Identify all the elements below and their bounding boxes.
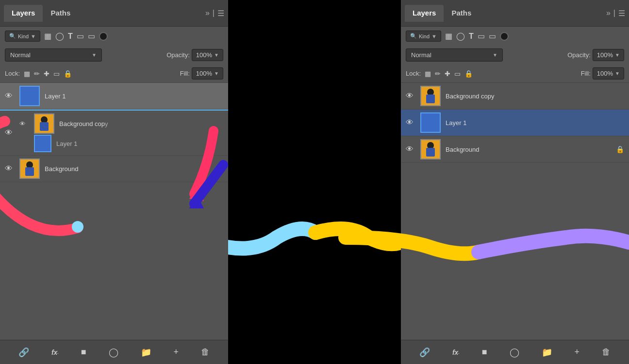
- right-tab-layers[interactable]: Layers: [405, 5, 444, 22]
- image-filter-icon[interactable]: ▦: [44, 32, 51, 41]
- chevron-down-icon: ▼: [431, 33, 437, 39]
- right-panel: Layers Paths » | ☰ 🔍 Kind ▼ ▦ ◯ T ▭ ▭ N: [401, 0, 629, 364]
- shape-filter-icon[interactable]: ▭: [478, 32, 485, 41]
- lock-brush-icon[interactable]: ✏: [435, 70, 441, 78]
- left-tab-layers[interactable]: Layers: [4, 5, 43, 22]
- visibility-icon[interactable]: 👁: [406, 92, 415, 100]
- lock-brush-icon[interactable]: ✏: [34, 70, 40, 78]
- fx-icon[interactable]: fx.: [51, 348, 59, 356]
- expand-icon[interactable]: »: [606, 9, 611, 17]
- divider: |: [613, 9, 615, 17]
- left-layer-item[interactable]: 👁 👁 Background copy Layer 1: [0, 110, 228, 156]
- filter-toggle[interactable]: [99, 32, 108, 41]
- layer-thumbnail: [420, 112, 441, 133]
- chevron-down-icon: ▼: [615, 52, 620, 58]
- visibility-icon[interactable]: 👁: [5, 92, 15, 100]
- left-blend-row: Normal ▼ Opacity: 100% ▼: [0, 46, 228, 64]
- chevron-down-icon: ▼: [31, 33, 36, 39]
- right-layer-item[interactable]: 👁 Layer 1: [401, 110, 629, 136]
- menu-icon[interactable]: ☰: [618, 9, 625, 18]
- lock-all-icon[interactable]: 🔒: [64, 70, 72, 78]
- right-lock-icons: ▦ ✏ ✚ ▭ 🔒: [425, 70, 473, 78]
- lock-pixels-icon[interactable]: ▦: [24, 70, 30, 78]
- layer-name: Background: [446, 146, 611, 153]
- left-layer-item[interactable]: 👁 Layer 1: [0, 83, 228, 110]
- lock-pixels-icon[interactable]: ▦: [425, 70, 431, 78]
- left-fill-group: Fill: 100% ▼: [180, 67, 223, 79]
- layer-thumbnail: [420, 86, 441, 106]
- left-tab-paths[interactable]: Paths: [43, 5, 78, 22]
- filter-icons: ▦ ◯ T ▭ ▭: [44, 32, 108, 41]
- right-lock-row: Lock: ▦ ✏ ✚ ▭ 🔒 Fill: 100% ▼: [401, 64, 629, 83]
- layer-name: Background copy: [59, 120, 108, 127]
- layer-thumbnail-inner: [34, 135, 51, 152]
- visibility-icon[interactable]: 👁: [5, 128, 15, 137]
- type-filter-icon[interactable]: T: [469, 32, 474, 41]
- right-tab-icons: » | ☰: [606, 9, 625, 18]
- link-icon[interactable]: 🔗: [18, 347, 29, 358]
- folder-icon[interactable]: 📁: [542, 347, 552, 358]
- adjustment-icon[interactable]: ◯: [510, 347, 519, 358]
- lock-icon: 🔒: [215, 165, 223, 173]
- lock-all-icon[interactable]: 🔒: [464, 70, 473, 78]
- chevron-down-icon: ▼: [493, 52, 497, 58]
- search-icon: 🔍: [410, 33, 417, 39]
- left-lock-icons: ▦ ✏ ✚ ▭ 🔒: [24, 70, 72, 78]
- left-lock-row: Lock: ▦ ✏ ✚ ▭ 🔒 Fill: 100% ▼: [0, 64, 228, 83]
- svg-point-0: [72, 221, 83, 233]
- layer-style-icon[interactable]: ■: [81, 347, 86, 357]
- image-filter-icon[interactable]: ▦: [445, 32, 452, 41]
- right-layer-item[interactable]: 👁 Background 🔒: [401, 136, 629, 163]
- visibility-icon-inner[interactable]: 👁: [19, 120, 29, 127]
- visibility-icon[interactable]: 👁: [406, 118, 415, 127]
- search-icon: 🔍: [9, 33, 16, 39]
- delete-icon[interactable]: 🗑: [201, 347, 210, 357]
- lock-artboard-icon[interactable]: ▭: [454, 70, 461, 78]
- adjustment-filter-icon[interactable]: ◯: [456, 32, 465, 41]
- new-layer-icon[interactable]: +: [174, 347, 179, 357]
- layer-thumbnail: [19, 158, 40, 179]
- visibility-icon[interactable]: 👁: [406, 145, 415, 154]
- layer-style-icon[interactable]: ■: [482, 347, 487, 357]
- right-layer-item[interactable]: 👁 Background copy: [401, 83, 629, 110]
- lock-artboard-icon[interactable]: ▭: [53, 70, 60, 78]
- folder-icon[interactable]: 📁: [141, 347, 151, 358]
- right-opacity-value[interactable]: 100% ▼: [593, 49, 624, 61]
- left-blend-select[interactable]: Normal ▼: [5, 48, 102, 62]
- right-filter-row: 🔍 Kind ▼ ▦ ◯ T ▭ ▭: [401, 27, 629, 46]
- chevron-down-icon: ▼: [615, 71, 620, 76]
- right-fill-value[interactable]: 100% ▼: [593, 67, 624, 79]
- left-opacity-value[interactable]: 100% ▼: [192, 49, 223, 61]
- layer-thumbnail: [34, 113, 54, 134]
- adjustment-filter-icon[interactable]: ◯: [55, 32, 64, 41]
- lock-position-icon[interactable]: ✚: [44, 70, 50, 78]
- fx-icon[interactable]: fx.: [452, 348, 460, 356]
- left-filter-row: 🔍 Kind ▼ ▦ ◯ T ▭ ▭: [0, 27, 228, 46]
- left-tab-icons: » | ☰: [205, 9, 224, 18]
- filter-toggle[interactable]: [500, 32, 509, 41]
- right-kind-select[interactable]: 🔍 Kind ▼: [406, 31, 441, 42]
- layer-name: Layer 1: [446, 119, 624, 127]
- divider: |: [213, 9, 215, 17]
- shape-filter-icon[interactable]: ▭: [77, 32, 84, 41]
- smartobj-filter-icon[interactable]: ▭: [88, 32, 95, 41]
- right-tab-paths[interactable]: Paths: [444, 5, 479, 22]
- left-layer-item[interactable]: 👁 Background 🔒: [0, 156, 228, 182]
- adjustment-icon[interactable]: ◯: [109, 347, 118, 358]
- new-layer-icon[interactable]: +: [575, 347, 580, 357]
- visibility-icon[interactable]: 👁: [5, 164, 15, 173]
- layer-thumbnail: [420, 139, 441, 159]
- lock-position-icon[interactable]: ✚: [445, 70, 450, 78]
- type-filter-icon[interactable]: T: [68, 32, 73, 41]
- smartobj-filter-icon[interactable]: ▭: [489, 32, 496, 41]
- expand-icon[interactable]: »: [205, 9, 210, 17]
- right-blend-select[interactable]: Normal ▼: [406, 48, 503, 62]
- chevron-down-icon: ▼: [214, 52, 219, 58]
- link-icon[interactable]: 🔗: [419, 347, 430, 358]
- chevron-down-icon: ▼: [214, 71, 219, 76]
- left-fill-value[interactable]: 100% ▼: [192, 67, 223, 79]
- right-opacity-group: Opacity: 100% ▼: [567, 49, 624, 61]
- kind-select[interactable]: 🔍 Kind ▼: [5, 31, 40, 42]
- menu-icon[interactable]: ☰: [217, 9, 224, 18]
- delete-icon[interactable]: 🗑: [602, 347, 611, 357]
